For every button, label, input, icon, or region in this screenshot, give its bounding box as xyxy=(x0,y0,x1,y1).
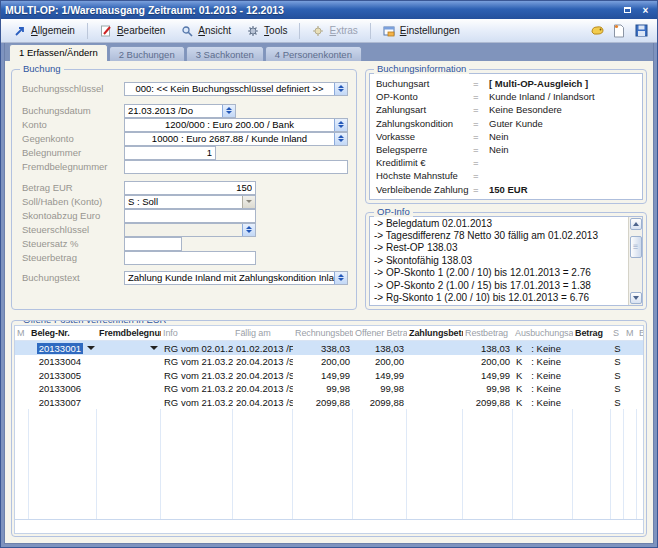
cell-fremdbelegnummer[interactable] xyxy=(97,373,161,377)
fremdbelegnummer-field[interactable] xyxy=(124,160,348,174)
table-row[interactable]: 20133001 RG vom 02.01.2013 01.02.2013 /F… xyxy=(15,341,643,355)
table-row[interactable]: 20133006 RG vom 21.03.2013 20.04.2013 /S… xyxy=(15,382,643,396)
combo-spin-icon[interactable] xyxy=(334,133,347,145)
cell-beleg-nr[interactable]: 20133006 xyxy=(29,383,97,394)
window-title: MULTI-OP: 1/Warenausgang Zeitraum: 01.20… xyxy=(5,4,617,16)
column-header[interactable]: Beleg-Nr. xyxy=(29,328,97,338)
gegenkonto-combo[interactable]: 10000 : Euro 2687.88 / Kunde Inland xyxy=(124,132,348,146)
save-icon[interactable] xyxy=(633,23,649,39)
close-button[interactable]: × xyxy=(638,4,653,17)
steuerbetrag-field[interactable] xyxy=(124,251,256,265)
cell-offener-betrag: 200,00 xyxy=(353,356,407,367)
combo-value: 000: << Kein Buchungsschlüssel definiert… xyxy=(125,83,334,94)
cell-beleg-nr[interactable]: 20133007 xyxy=(29,397,97,408)
ausbuchung-text: : Keine xyxy=(531,343,561,354)
column-header[interactable]: B xyxy=(637,328,643,338)
buchungsdatum-combo[interactable]: 21.03.2013 /Do xyxy=(124,104,236,118)
toolbar-separator xyxy=(299,23,300,39)
cell-fremdbelegnummer[interactable] xyxy=(97,360,161,364)
table-row[interactable]: 20133005 RG vom 21.03.2013 20.04.2013 /S… xyxy=(15,368,643,382)
tab-personenkonten[interactable]: 4 Personenkonten xyxy=(265,46,362,61)
scroll-up-icon[interactable] xyxy=(630,218,642,230)
combo-spin-icon[interactable] xyxy=(334,119,347,131)
menu-ansicht[interactable]: Ansicht xyxy=(174,22,238,40)
column-header[interactable]: S xyxy=(611,328,624,338)
op-info-scrollbar[interactable]: ☰ xyxy=(628,217,642,306)
cell-faellig-am: 20.04.2013 /Sa xyxy=(233,356,293,367)
steuersatz-field[interactable] xyxy=(124,237,182,251)
column-header[interactable]: Restbetrag xyxy=(463,328,513,338)
combo-dropdown-icon[interactable] xyxy=(242,196,255,208)
cell-fremdbelegnummer[interactable] xyxy=(97,346,161,350)
scroll-thumb[interactable]: ☰ xyxy=(630,236,642,258)
cell-beleg-nr[interactable]: 20133005 xyxy=(29,370,97,381)
scroll-down-icon[interactable] xyxy=(630,292,642,304)
tab-buchungen[interactable]: 2 Buchungen xyxy=(109,46,185,61)
field-label: Steuersatz % xyxy=(22,238,124,249)
cell-beleg-nr[interactable]: 20133001 xyxy=(29,343,97,354)
betrag-field[interactable] xyxy=(124,181,256,195)
menu-tools[interactable]: Tools xyxy=(240,22,294,40)
column-header[interactable]: Betrag xyxy=(573,328,611,338)
field-row-soll-haben: Soll/Haben (Konto) S : Soll xyxy=(22,195,348,208)
cell-fremdbelegnummer[interactable] xyxy=(97,387,161,391)
info-label: Verbleibende Zahlung xyxy=(376,184,473,195)
cell-faellig-am: 01.02.2013 /Fr xyxy=(233,343,293,354)
skontoabzug-input[interactable] xyxy=(125,210,255,222)
skontoabzug-field[interactable] xyxy=(124,209,256,223)
tab-erfassen-aendern[interactable]: 1 Erfassen/Ändern xyxy=(9,44,108,61)
group-buchung: Buchung Buchungsschlüssel 000: << Kein B… xyxy=(11,69,357,310)
column-header[interactable]: Fällig am xyxy=(233,328,293,338)
column-header[interactable]: Zahlungsbetrag xyxy=(407,328,463,338)
field-label: Soll/Haben (Konto) xyxy=(22,196,124,207)
cell-ausbuchungsart[interactable]: K: Keine xyxy=(513,397,573,408)
soll-haben-combo[interactable]: S : Soll xyxy=(124,195,256,209)
steuerbetrag-input[interactable] xyxy=(125,252,255,264)
cell-ausbuchungsart[interactable]: K: Keine xyxy=(513,370,573,381)
post-icon[interactable] xyxy=(589,23,605,39)
column-header[interactable]: Ausbuchungsart xyxy=(513,328,573,338)
equals-marker: = xyxy=(473,118,489,129)
op-info-line: -> Rg-Skonto 1 (2.00 / 10) bis 12.01.201… xyxy=(374,292,624,304)
combo-caret-icon[interactable] xyxy=(87,346,95,350)
info-label: Zahlungsart xyxy=(376,104,473,115)
tab-sachkonten[interactable]: 3 Sachkonten xyxy=(186,46,264,61)
cell-ausbuchungsart[interactable]: K: Keine xyxy=(513,356,573,367)
table-row[interactable]: 20133004 RG vom 21.03.2013 20.04.2013 /S… xyxy=(15,355,643,369)
menu-bearbeiten[interactable]: Bearbeiten xyxy=(93,22,172,40)
field-row-belegnummer: Belegnummer xyxy=(22,146,348,159)
column-header[interactable]: M xyxy=(15,328,29,338)
field-label: Buchungsdatum xyxy=(22,105,124,116)
column-header[interactable]: Offener Betrag xyxy=(353,328,407,338)
cell-ausbuchungsart[interactable]: K: Keine xyxy=(513,383,573,394)
column-header[interactable]: Fremdbelegnummer xyxy=(97,328,161,338)
betrag-input[interactable] xyxy=(125,182,255,194)
info-value: Nein xyxy=(489,144,509,155)
cell-fremdbelegnummer[interactable] xyxy=(97,400,161,404)
table-row[interactable]: 20133007 RG vom 21.03.2013 20.04.2013 /S… xyxy=(15,395,643,409)
belegnummer-field[interactable] xyxy=(124,146,216,160)
combo-spin-icon[interactable] xyxy=(334,83,347,95)
combo-caret-icon[interactable] xyxy=(150,346,158,350)
new-document-icon[interactable] xyxy=(611,23,627,39)
combo-spin-icon[interactable] xyxy=(222,105,235,117)
steuersatz-input[interactable] xyxy=(125,238,181,250)
konto-combo[interactable]: 1200/000 : Euro 200.00 / Bank xyxy=(124,118,348,132)
menu-einstellungen[interactable]: Einstellungen xyxy=(376,22,467,40)
restore-button[interactable] xyxy=(620,4,635,17)
column-header[interactable]: Rechnungsbetrag xyxy=(293,328,353,338)
cell-ausbuchungsart[interactable]: K: Keine xyxy=(513,343,573,354)
column-header[interactable]: M xyxy=(624,328,637,338)
combo-spin-icon[interactable] xyxy=(334,272,347,284)
belegnummer-input[interactable] xyxy=(125,147,215,159)
cell-beleg-nr[interactable]: 20133004 xyxy=(29,356,97,367)
column-header[interactable]: Info xyxy=(161,328,233,338)
equals-marker: = xyxy=(473,157,489,168)
buchungsschluessel-combo[interactable]: 000: << Kein Buchungsschlüssel definiert… xyxy=(124,82,348,96)
info-value: Kunde Inland / Inlandsort xyxy=(489,91,595,102)
field-label: Gegenkonto xyxy=(22,133,124,144)
menu-allgemein[interactable]: Allgemein xyxy=(7,22,82,40)
fremdbelegnummer-input[interactable] xyxy=(125,161,347,173)
buchungstext-combo[interactable]: Zahlung Kunde Inland mit Zahlungskonditi… xyxy=(124,271,348,285)
magnifier-icon xyxy=(181,25,194,37)
